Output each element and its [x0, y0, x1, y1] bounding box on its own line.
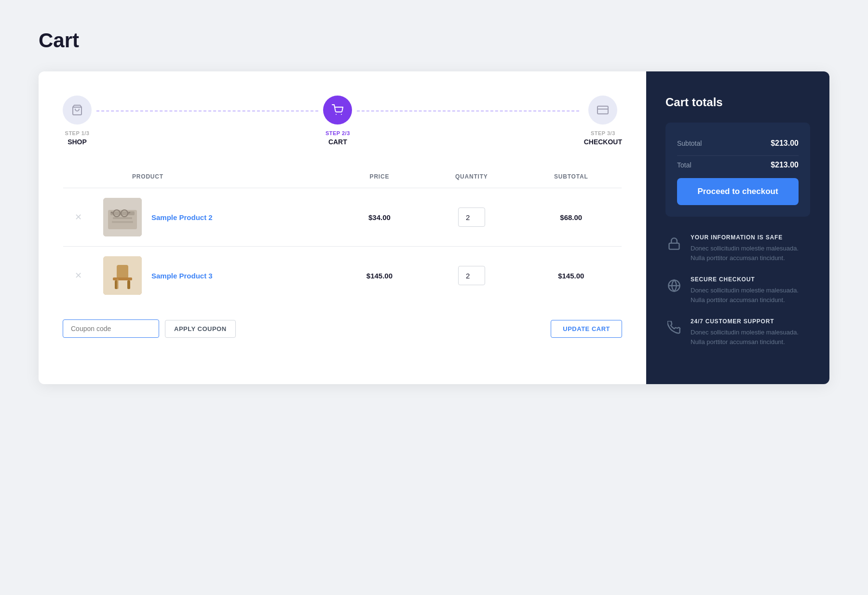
totals-card: Subtotal $213.00 Total $213.00 Proceed t…: [665, 123, 810, 217]
svg-rect-16: [117, 265, 128, 278]
trust-support-desc: Donec sollicitudin molestie malesuada. N…: [691, 328, 810, 346]
step-checkout[interactable]: STEP 3/3 CHECKOUT: [584, 96, 622, 146]
trust-secure-desc: Donec sollicitudin molestie malesuada. N…: [691, 286, 810, 304]
svg-rect-3: [597, 106, 608, 114]
svg-rect-19: [127, 280, 130, 289]
header-price: PRICE: [337, 166, 422, 188]
trust-content-support: 24/7 CUSTOMER SUPPORT Donec sollicitudin…: [691, 318, 810, 346]
checkout-button[interactable]: Proceed to checkout: [677, 178, 799, 205]
phone-icon: [665, 319, 683, 336]
table-row: ✕: [63, 247, 622, 305]
qty-cell-1: [422, 188, 521, 247]
product-image-2: [103, 256, 142, 295]
step-checkout-num: STEP 3/3: [591, 130, 615, 136]
cart-totals-title: Cart totals: [665, 96, 810, 109]
trust-item-support: 24/7 CUSTOMER SUPPORT Donec sollicitudin…: [665, 318, 810, 346]
subtotal-label: Subtotal: [677, 139, 702, 147]
step-cart-num: STEP 2/3: [326, 130, 350, 136]
trust-secure-title: SECURE CHECKOUT: [691, 276, 810, 283]
qty-cell-2: [422, 247, 521, 305]
total-label: Total: [677, 161, 692, 169]
page-title: Cart: [39, 29, 829, 52]
svg-point-1: [336, 114, 337, 115]
trust-items: YOUR INFORMATION IS SAFE Donec sollicitu…: [665, 234, 810, 346]
coupon-input[interactable]: [63, 319, 159, 338]
svg-rect-21: [669, 243, 679, 249]
subtotal-value: $213.00: [771, 139, 799, 148]
header-remove: [63, 166, 94, 188]
table-row: ✕: [63, 188, 622, 247]
step-checkout-circle: [588, 96, 617, 125]
product-cell-1: Sample Product 2: [103, 198, 327, 236]
header-product: PRODUCT: [94, 166, 337, 188]
remove-row1-button[interactable]: ✕: [73, 211, 84, 223]
header-subtotal: SUBTOTAL: [521, 166, 622, 188]
step-cart-label: CART: [328, 138, 347, 146]
step-shop[interactable]: STEP 1/3 SHOP: [63, 96, 92, 146]
trust-safe-desc: Donec sollicitudin molestie malesuada. N…: [691, 244, 810, 263]
step-shop-label: SHOP: [68, 138, 87, 146]
update-cart-button[interactable]: UPDATE CART: [551, 320, 622, 338]
qty-input-2[interactable]: [458, 266, 485, 285]
step-shop-num: STEP 1/3: [65, 130, 90, 136]
header-quantity: QUANTITY: [422, 166, 521, 188]
subtotal-1: $68.00: [521, 188, 622, 247]
trust-item-secure: SECURE CHECKOUT Donec sollicitudin moles…: [665, 276, 810, 304]
steps-container: STEP 1/3 SHOP STEP 2/3 CART: [63, 96, 622, 146]
step-shop-circle: [63, 96, 92, 125]
price-2: $145.00: [337, 247, 422, 305]
step-cart[interactable]: STEP 2/3 CART: [323, 96, 352, 146]
globe-icon: [665, 277, 683, 294]
price-1: $34.00: [337, 188, 422, 247]
cart-section: STEP 1/3 SHOP STEP 2/3 CART: [39, 71, 646, 384]
subtotal-2: $145.00: [521, 247, 622, 305]
apply-coupon-button[interactable]: APPLY COUPON: [165, 320, 236, 338]
product-cell-2: Sample Product 3: [103, 256, 327, 295]
product-image-1: [103, 198, 142, 236]
coupon-row: APPLY COUPON UPDATE CART: [63, 319, 622, 338]
step-checkout-label: CHECKOUT: [584, 138, 622, 146]
main-container: STEP 1/3 SHOP STEP 2/3 CART: [39, 71, 829, 384]
subtotal-row: Subtotal $213.00: [677, 134, 799, 156]
svg-rect-9: [112, 221, 133, 223]
trust-content-safe: YOUR INFORMATION IS SAFE Donec sollicitu…: [691, 234, 810, 263]
sidebar-section: Cart totals Subtotal $213.00 Total $213.…: [646, 71, 829, 384]
product-name-2[interactable]: Sample Product 3: [151, 272, 213, 280]
step-line-2: [357, 111, 579, 111]
remove-row2-button[interactable]: ✕: [73, 269, 84, 282]
svg-rect-17: [113, 277, 132, 280]
total-value: $213.00: [771, 161, 799, 169]
trust-safe-title: YOUR INFORMATION IS SAFE: [691, 234, 810, 241]
step-line-1: [96, 111, 318, 111]
total-row: Total $213.00: [677, 156, 799, 174]
trust-support-title: 24/7 CUSTOMER SUPPORT: [691, 318, 810, 325]
step-cart-circle: [323, 96, 352, 125]
lock-icon: [665, 235, 683, 252]
svg-rect-20: [117, 278, 119, 289]
trust-item-safe: YOUR INFORMATION IS SAFE Donec sollicitu…: [665, 234, 810, 263]
product-name-1[interactable]: Sample Product 2: [151, 213, 213, 221]
svg-point-2: [341, 114, 342, 115]
qty-input-1[interactable]: [458, 208, 485, 227]
cart-table: PRODUCT PRICE QUANTITY SUBTOTAL ✕: [63, 165, 622, 305]
trust-content-secure: SECURE CHECKOUT Donec sollicitudin moles…: [691, 276, 810, 304]
coupon-left: APPLY COUPON: [63, 319, 236, 338]
svg-rect-8: [113, 217, 132, 219]
